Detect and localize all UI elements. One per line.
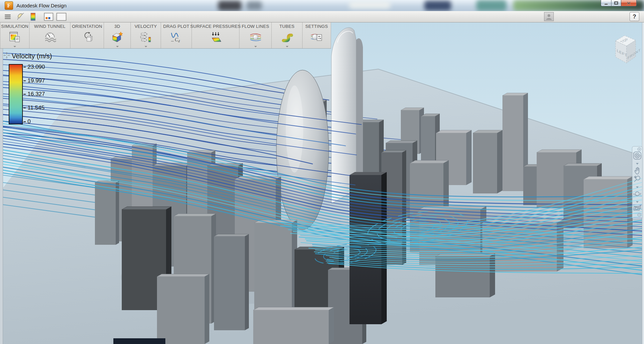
ribbon-panel-tubes[interactable]: TUBES [272,22,303,48]
ribbon-panel-label: SURFACE PRESSURES [190,24,240,29]
legend-tick-label: 16.327 [28,91,45,98]
minimize-button[interactable] [601,0,611,6]
velocity-colorbar [9,64,23,124]
maximize-button[interactable] [611,0,621,6]
nav-caret-icon[interactable] [636,160,639,166]
ribbon-panel-label: VELOCITY [135,24,157,29]
legend-tick-label: 23.090 [28,64,45,70]
desktop-glimpse [247,1,262,10]
account-button[interactable] [544,12,554,21]
nav-look-icon[interactable] [633,204,642,212]
ribbon-panel-threed[interactable]: 3D [104,22,131,48]
ribbon-panel-drag-plot[interactable]: DRAG PLOTCd [161,22,192,48]
ribbon-panel-label: FLOW LINES [242,24,269,29]
ribbon-panel-flow-lines[interactable]: FLOW LINES [239,22,272,48]
viewport-3d-scene[interactable]: Velocity (m/s) 23.09019.99716.32711.5450… [0,22,644,344]
dropdown-arrow-icon[interactable] [254,46,257,47]
app-icon: F [5,1,13,10]
ribbon-panel-label: 3D [114,24,120,29]
legend-move-icon[interactable] [3,52,10,60]
dropdown-arrow-icon[interactable] [145,46,147,47]
tubes-icon [280,29,294,48]
application-menu-icon[interactable] [3,12,13,21]
ribbon-panel-orientation[interactable]: ORIENTATION [70,22,104,48]
legend-tick-label: 0 [28,118,31,125]
quick-access-toolbar: ? [0,11,644,22]
help-button[interactable]: ? [630,12,639,21]
appearance-lamp-icon[interactable] [15,12,25,21]
window-title: Autodesk Flow Design [16,3,66,8]
ribbon-panel-settings[interactable]: SETTINGS [303,22,331,48]
city-flow-scene[interactable] [0,22,644,344]
window-layout-icon[interactable] [44,12,54,21]
nav-pan-icon[interactable] [633,166,642,175]
wind-tunnel-icon [43,29,57,48]
velocity-icon [139,29,153,48]
settings-icon [310,29,324,48]
dropdown-arrow-icon[interactable] [286,46,288,47]
ribbon: SIMULATIONWIND TUNNELORIENTATION3DVELOCI… [0,22,331,49]
navbar-minimize-icon[interactable] [636,213,642,217]
drag-plot-icon: Cd [170,29,183,48]
desktop-glimpse [349,1,391,9]
desktop-glimpse [476,0,506,11]
viewport-left-border [0,22,3,344]
ribbon-panel-label: WIND TUNNEL [34,24,65,29]
threed-icon [111,29,124,48]
nav-orbit-icon[interactable] [633,189,642,198]
surface-pressures-icon [208,29,223,48]
ribbon-panel-simulation[interactable]: SIMULATION [0,22,30,48]
desktop-glimpse [424,1,451,11]
legend-title: Velocity (m/s) [12,52,52,60]
nav-navigation-wheel-icon[interactable] [633,151,642,160]
ribbon-panel-label: SETTINGS [305,24,328,29]
legend-gradient-icon[interactable] [28,12,38,21]
nav-caret-icon[interactable] [636,198,639,204]
legend-tick-label: 19.997 [28,77,45,84]
navigation-toolbar [632,146,643,219]
flow-lines-icon [249,29,262,48]
simulation-icon [8,29,21,48]
dropdown-arrow-icon[interactable] [13,46,16,47]
ribbon-panel-label: TUBES [279,24,294,29]
ribbon-panel-label: SIMULATION [1,24,29,29]
close-button[interactable] [621,0,637,6]
blank-window-icon[interactable] [56,12,66,21]
desktop-glimpse [218,1,241,11]
nav-zoom-icon[interactable] [633,175,642,183]
ribbon-panel-label: DRAG PLOT [163,24,190,29]
ribbon-panel-wind-tunnel[interactable]: WIND TUNNEL [30,22,70,48]
ribbon-panel-label: ORIENTATION [72,24,102,29]
ribbon-panel-velocity[interactable]: VELOCITY [131,22,161,48]
title-bar[interactable]: F Autodesk Flow Design [0,0,644,11]
svg-text:Cd: Cd [175,37,180,43]
legend-tick-label: 11.545 [28,105,45,111]
view-cube[interactable]: TOP LEFT FRONT [608,27,644,65]
dropdown-arrow-icon[interactable] [116,46,119,47]
ribbon-panel-surface-pressures[interactable]: SURFACE PRESSURES [192,22,239,48]
orientation-icon [81,29,94,48]
velocity-legend: Velocity (m/s) 23.09019.99716.32711.5450 [3,52,77,60]
nav-caret-icon[interactable] [636,183,639,189]
navbar-close-icon[interactable] [636,147,642,151]
